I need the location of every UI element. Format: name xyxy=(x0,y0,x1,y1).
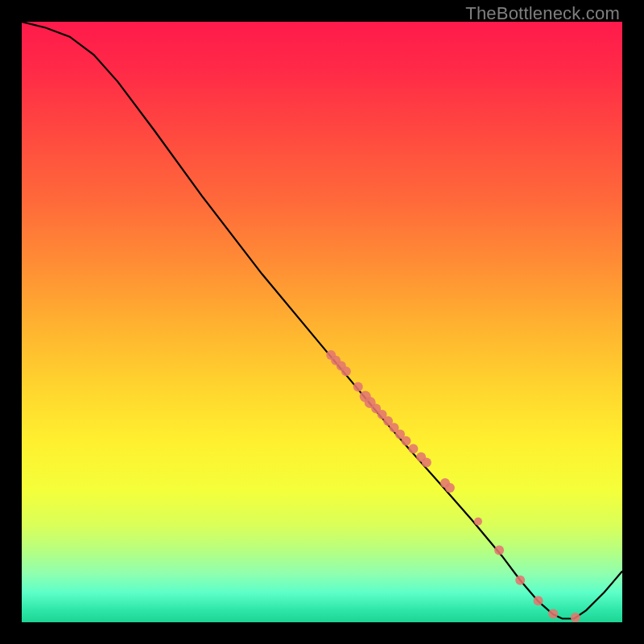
data-point xyxy=(571,613,580,622)
chart-svg xyxy=(22,22,622,622)
data-point xyxy=(515,576,525,585)
watermark-text: TheBottleneck.com xyxy=(465,3,620,24)
plot-area xyxy=(22,22,622,622)
data-point xyxy=(408,444,418,453)
data-point xyxy=(445,483,455,493)
bottleneck-curve xyxy=(22,22,622,619)
data-point xyxy=(474,518,482,526)
curve-layer xyxy=(22,22,622,619)
data-point xyxy=(534,596,543,605)
marker-layer xyxy=(326,350,580,622)
data-point xyxy=(422,458,431,468)
data-point xyxy=(401,436,411,446)
data-point xyxy=(341,366,351,376)
data-point xyxy=(353,382,363,392)
chart-frame: TheBottleneck.com xyxy=(0,0,644,644)
data-point xyxy=(494,545,504,555)
data-point xyxy=(548,609,558,619)
